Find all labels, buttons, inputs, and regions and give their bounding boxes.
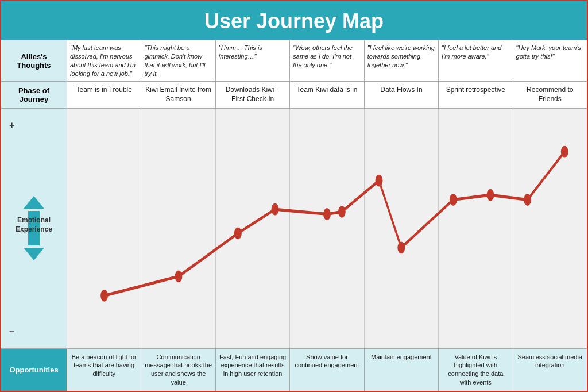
thought-cell-4: "I feel like we're working towards somet…	[365, 40, 439, 81]
chart-area	[67, 109, 587, 348]
svg-point-6	[376, 174, 383, 186]
phase-cell-3: Team Kiwi data is in	[290, 82, 364, 107]
arrow-up-icon	[24, 196, 44, 209]
page-title: User Journey Map	[1, 1, 587, 40]
phase-cell-6: Recommend to Friends	[513, 82, 587, 107]
phase-cell-5: Sprint retrospective	[439, 82, 513, 107]
main-grid: Allies's Thoughts "My last team was diss…	[1, 40, 587, 391]
opp-cell-3: Show value for continued engagement	[290, 349, 364, 391]
opp-cell-4: Maintain engagement	[365, 349, 439, 391]
svg-point-9	[486, 189, 494, 201]
chart-row: + – Emotional Experience	[1, 109, 587, 349]
opps-row: Opportunities Be a beacon of light for t…	[1, 349, 587, 391]
thoughts-label: Allies's Thoughts	[1, 40, 67, 81]
svg-point-0	[100, 289, 108, 301]
svg-point-1	[175, 270, 182, 282]
thought-cell-5: "I feel a lot better and I'm more aware.…	[439, 40, 513, 81]
thought-cell-1: "This might be a gimmick. Don't know tha…	[141, 40, 215, 81]
phase-cell-4: Data Flows In	[365, 82, 439, 107]
svg-point-10	[524, 194, 531, 206]
thought-cell-6: "Hey Mark, your team's gotta try this!"	[513, 40, 587, 81]
phase-row: Phase of Journey Team is in TroubleKiwi …	[1, 82, 587, 108]
svg-point-8	[450, 194, 457, 206]
phase-cell-1: Kiwi Email Invite from Samson	[141, 82, 215, 107]
thought-cell-0: "My last team was dissolved, I'm nervous…	[67, 40, 141, 81]
thought-cell-2: "Hmm… This is interesting…"	[216, 40, 290, 81]
svg-point-3	[272, 203, 279, 215]
opp-cell-6: Seamless social media integration	[513, 349, 587, 391]
thought-cell-3: "Wow, others feel the same as I do. I'm …	[290, 40, 364, 81]
thoughts-row: Allies's Thoughts "My last team was diss…	[1, 40, 587, 82]
arrow-container	[24, 196, 44, 260]
page-container: User Journey Map Allies's Thoughts "My l…	[0, 0, 588, 392]
phase-cell-2: Downloads Kiwi – First Check-in	[216, 82, 290, 107]
plus-label: +	[9, 120, 14, 130]
arrow-body	[28, 211, 40, 245]
opp-cell-2: Fast, Fun and engaging experience that r…	[216, 349, 290, 391]
phase-cell-0: Team is in Trouble	[67, 82, 141, 107]
opp-cell-0: Be a beacon of light for teams that are …	[67, 349, 141, 391]
emotion-chart	[67, 109, 587, 348]
opps-label: Opportunities	[1, 349, 67, 391]
opp-cell-1: Communication message that hooks the use…	[141, 349, 215, 391]
svg-point-11	[561, 145, 568, 157]
opp-cell-5: Value of Kiwi is highlighted with connec…	[439, 349, 513, 391]
svg-point-5	[338, 205, 346, 217]
chart-label-cell: + – Emotional Experience	[1, 109, 67, 348]
arrow-down-icon	[24, 248, 44, 260]
svg-point-7	[397, 241, 405, 253]
phase-label: Phase of Journey	[1, 82, 67, 107]
svg-point-4	[323, 208, 331, 220]
svg-point-2	[234, 227, 242, 239]
minus-label: –	[9, 326, 14, 337]
